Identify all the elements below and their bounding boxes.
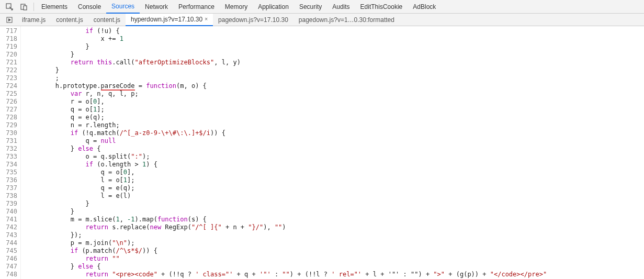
file-tab-label: iframe.js xyxy=(22,16,46,24)
line-number: 719 xyxy=(0,43,17,51)
line-number: 726 xyxy=(0,98,17,106)
file-tab-label: content.js xyxy=(56,16,83,24)
code-line: } xyxy=(25,66,644,74)
file-tab-label: content.js xyxy=(94,16,120,24)
file-tab-label: pagedown.js?v=1…0.30:formatted xyxy=(299,16,394,24)
code-line: q = o[1]; xyxy=(25,106,644,114)
file-tab-label: pagedown.js?v=17.10.30 xyxy=(218,16,288,24)
line-number: 729 xyxy=(0,121,17,129)
file-tab[interactable]: pagedown.js?v=17.10.30 xyxy=(213,14,293,26)
line-number: 742 xyxy=(0,224,17,231)
resume-icon[interactable] xyxy=(5,16,14,24)
code-line: p = m.join("\n"); xyxy=(25,239,644,247)
code-line: if (!q.match(/^[_a-z0-9-\+\#\:\.]+$/i)) … xyxy=(25,129,644,137)
line-number: 748 xyxy=(0,271,17,278)
panel-tab-security[interactable]: Security xyxy=(294,0,327,14)
file-tab[interactable]: iframe.js xyxy=(17,14,51,26)
devtools-toolbar: ElementsConsoleSourcesNetworkPerformance… xyxy=(0,0,644,14)
line-number: 724 xyxy=(0,82,17,90)
code-line: if (p.match(/^\s*$/)) { xyxy=(25,247,644,255)
divider xyxy=(33,3,34,11)
code-line: }); xyxy=(25,231,644,239)
code-line: q = e(q); xyxy=(25,184,644,192)
code-line: } xyxy=(25,51,644,59)
device-toggle-icon[interactable] xyxy=(20,3,28,11)
panel-tab-application[interactable]: Application xyxy=(253,0,294,14)
line-number: 735 xyxy=(0,169,17,176)
file-tab[interactable]: content.js xyxy=(51,14,88,26)
line-number: 744 xyxy=(0,239,17,247)
code-line: if (o.length > 1) { xyxy=(25,161,644,169)
code-line: return s.replace(new RegExp("/^[ ]{" + n… xyxy=(25,224,644,231)
code-line: } xyxy=(25,200,644,208)
line-number: 722 xyxy=(0,66,17,74)
code-line: h.prototype.parseCode = function(m, o) { xyxy=(25,82,644,90)
panel-tab-elements[interactable]: Elements xyxy=(36,0,73,14)
panel-tab-console[interactable]: Console xyxy=(73,0,106,14)
panel-tab-network[interactable]: Network xyxy=(140,0,173,14)
file-tab[interactable]: hyperdown.js?v=17.10.30× xyxy=(126,14,213,26)
code-line: } else { xyxy=(25,263,644,271)
code-line: o = q.split(":"); xyxy=(25,153,644,161)
code-line: return "" xyxy=(25,255,644,263)
code-line: } else { xyxy=(25,145,644,153)
line-number: 734 xyxy=(0,161,17,169)
code-line: q = null xyxy=(25,137,644,145)
svg-rect-2 xyxy=(24,6,27,10)
line-number: 717 xyxy=(0,27,17,35)
code-line: r = o[0], xyxy=(25,98,644,106)
line-number: 730 xyxy=(0,129,17,137)
line-number: 743 xyxy=(0,231,17,239)
line-number: 720 xyxy=(0,51,17,59)
panel-tab-audits[interactable]: Audits xyxy=(327,0,355,14)
panel-tab-sources[interactable]: Sources xyxy=(106,0,140,14)
code-line: ; xyxy=(25,74,644,82)
file-tab[interactable]: pagedown.js?v=1…0.30:formatted xyxy=(293,14,400,26)
code-editor[interactable]: 7177187197207217227237247257267277287297… xyxy=(0,26,644,279)
code-line: return "<pre><code" + (!!q ? ' class="' … xyxy=(25,271,644,278)
line-number: 721 xyxy=(0,59,17,66)
code-line: return this.call("afterOptimizeBlocks", … xyxy=(25,59,644,66)
line-number: 739 xyxy=(0,200,17,208)
code-content[interactable]: if (!u) { x += 1 } } return this.call("a… xyxy=(21,26,644,279)
close-icon[interactable]: × xyxy=(205,16,208,22)
file-tab-label: hyperdown.js?v=17.10.30 xyxy=(131,16,202,23)
line-number: 740 xyxy=(0,208,17,216)
line-number: 731 xyxy=(0,137,17,145)
line-number-gutter: 7177187197207217227237247257267277287297… xyxy=(0,26,21,279)
code-line: l = e(l) xyxy=(25,192,644,200)
line-number: 732 xyxy=(0,145,17,153)
line-number: 736 xyxy=(0,176,17,184)
panel-tab-performance[interactable]: Performance xyxy=(173,0,220,14)
line-number: 723 xyxy=(0,74,17,82)
code-line: x += 1 xyxy=(25,35,644,43)
code-line: q = e(q); xyxy=(25,114,644,121)
line-number: 745 xyxy=(0,247,17,255)
code-line: var r, n, q, l, p; xyxy=(25,90,644,98)
line-number: 747 xyxy=(0,263,17,271)
file-tab[interactable]: content.js xyxy=(88,14,126,26)
line-number: 727 xyxy=(0,106,17,114)
line-number: 746 xyxy=(0,255,17,263)
line-number: 738 xyxy=(0,192,17,200)
code-line: q = o[0], xyxy=(25,169,644,176)
code-line: l = o[1]; xyxy=(25,176,644,184)
code-line: } xyxy=(25,43,644,51)
code-line: m = m.slice(1, -1).map(function(s) { xyxy=(25,216,644,224)
code-line: n = r.length; xyxy=(25,121,644,129)
line-number: 725 xyxy=(0,90,17,98)
line-number: 741 xyxy=(0,216,17,224)
panel-tab-editthiscookie[interactable]: EditThisCookie xyxy=(355,0,408,14)
file-tab-strip: iframe.jscontent.jscontent.jshyperdown.j… xyxy=(0,14,644,26)
panel-tab-memory[interactable]: Memory xyxy=(220,0,253,14)
inspect-icon[interactable] xyxy=(5,3,14,11)
code-line: if (!u) { xyxy=(25,27,644,35)
code-line: } xyxy=(25,208,644,216)
line-number: 728 xyxy=(0,114,17,121)
panel-tab-adblock[interactable]: AdBlock xyxy=(408,0,441,14)
line-number: 718 xyxy=(0,35,17,43)
line-number: 737 xyxy=(0,184,17,192)
line-number: 733 xyxy=(0,153,17,161)
